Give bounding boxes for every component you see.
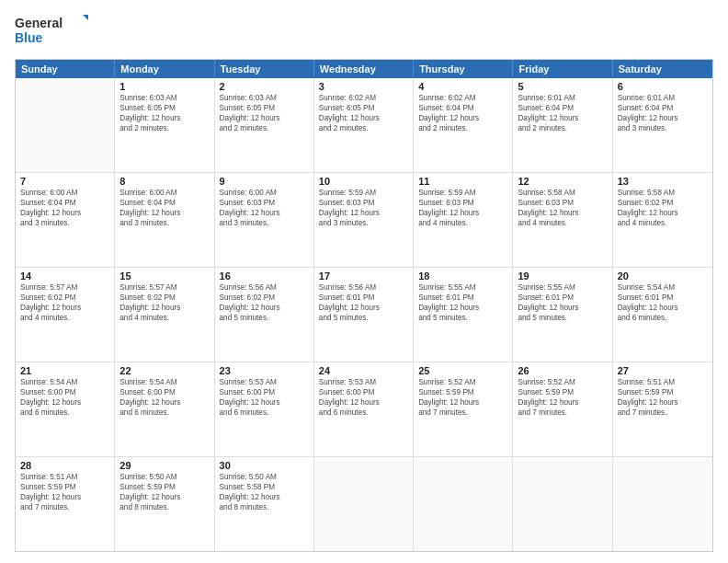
empty-cell xyxy=(314,457,414,551)
day-number: 12 xyxy=(518,176,607,187)
header-day-friday: Friday xyxy=(513,60,612,78)
day-info: Sunrise: 5:50 AM Sunset: 5:58 PM Dayligh… xyxy=(220,472,309,512)
day-number: 24 xyxy=(319,365,408,376)
day-info: Sunrise: 5:51 AM Sunset: 5:59 PM Dayligh… xyxy=(618,377,708,418)
day-number: 29 xyxy=(119,460,209,471)
day-info: Sunrise: 5:53 AM Sunset: 6:00 PM Dayligh… xyxy=(220,377,309,418)
day-info: Sunrise: 5:59 AM Sunset: 6:03 PM Dayligh… xyxy=(319,188,408,228)
day-info: Sunrise: 6:01 AM Sunset: 6:04 PM Dayligh… xyxy=(618,93,708,133)
day-number: 2 xyxy=(220,81,309,92)
day-info: Sunrise: 5:55 AM Sunset: 6:01 PM Dayligh… xyxy=(518,282,607,323)
day-cell-12: 12Sunrise: 5:58 AM Sunset: 6:03 PM Dayli… xyxy=(513,173,612,267)
header-day-saturday: Saturday xyxy=(613,60,712,78)
day-cell-7: 7Sunrise: 6:00 AM Sunset: 6:04 PM Daylig… xyxy=(16,173,115,267)
day-cell-30: 30Sunrise: 5:50 AM Sunset: 5:58 PM Dayli… xyxy=(215,457,314,551)
day-cell-10: 10Sunrise: 5:59 AM Sunset: 6:03 PM Dayli… xyxy=(314,173,414,267)
day-cell-26: 26Sunrise: 5:52 AM Sunset: 5:59 PM Dayli… xyxy=(513,362,612,456)
day-info: Sunrise: 5:54 AM Sunset: 6:00 PM Dayligh… xyxy=(20,377,109,418)
empty-cell xyxy=(613,457,712,551)
day-number: 11 xyxy=(418,176,507,187)
header-day-sunday: Sunday xyxy=(16,60,115,78)
day-number: 4 xyxy=(418,81,507,92)
day-number: 21 xyxy=(20,365,109,376)
empty-cell xyxy=(16,78,115,172)
day-info: Sunrise: 6:00 AM Sunset: 6:03 PM Dayligh… xyxy=(220,188,309,228)
empty-cell xyxy=(513,457,612,551)
day-number: 13 xyxy=(618,176,708,187)
day-number: 15 xyxy=(119,270,209,282)
day-cell-29: 29Sunrise: 5:50 AM Sunset: 5:59 PM Dayli… xyxy=(115,457,214,551)
day-info: Sunrise: 5:59 AM Sunset: 6:03 PM Dayligh… xyxy=(418,188,507,228)
day-info: Sunrise: 6:03 AM Sunset: 6:05 PM Dayligh… xyxy=(220,93,309,133)
day-info: Sunrise: 5:53 AM Sunset: 6:00 PM Dayligh… xyxy=(319,377,408,418)
day-info: Sunrise: 5:52 AM Sunset: 5:59 PM Dayligh… xyxy=(418,377,507,418)
day-number: 1 xyxy=(119,81,209,92)
day-info: Sunrise: 5:51 AM Sunset: 5:59 PM Dayligh… xyxy=(20,472,109,512)
day-cell-6: 6Sunrise: 6:01 AM Sunset: 6:04 PM Daylig… xyxy=(613,78,712,172)
day-info: Sunrise: 6:01 AM Sunset: 6:04 PM Dayligh… xyxy=(518,93,607,133)
day-cell-9: 9Sunrise: 6:00 AM Sunset: 6:03 PM Daylig… xyxy=(215,173,314,267)
day-cell-11: 11Sunrise: 5:59 AM Sunset: 6:03 PM Dayli… xyxy=(414,173,513,267)
day-number: 3 xyxy=(319,81,408,92)
day-number: 14 xyxy=(20,270,109,282)
day-info: Sunrise: 6:02 AM Sunset: 6:04 PM Dayligh… xyxy=(418,93,507,133)
calendar-header: SundayMondayTuesdayWednesdayThursdayFrid… xyxy=(16,60,712,78)
day-cell-16: 16Sunrise: 5:56 AM Sunset: 6:02 PM Dayli… xyxy=(215,268,314,362)
day-cell-13: 13Sunrise: 5:58 AM Sunset: 6:02 PM Dayli… xyxy=(613,173,712,267)
day-info: Sunrise: 5:57 AM Sunset: 6:02 PM Dayligh… xyxy=(119,282,209,323)
calendar: SundayMondayTuesdayWednesdayThursdayFrid… xyxy=(15,59,713,552)
day-info: Sunrise: 6:00 AM Sunset: 6:04 PM Dayligh… xyxy=(20,188,109,228)
day-info: Sunrise: 5:52 AM Sunset: 5:59 PM Dayligh… xyxy=(518,377,607,418)
day-cell-22: 22Sunrise: 5:54 AM Sunset: 6:00 PM Dayli… xyxy=(115,362,214,456)
day-number: 10 xyxy=(319,176,408,187)
calendar-row-5: 28Sunrise: 5:51 AM Sunset: 5:59 PM Dayli… xyxy=(16,457,712,551)
logo-svg: General Blue xyxy=(15,11,88,52)
svg-text:Blue: Blue xyxy=(15,30,43,45)
day-cell-28: 28Sunrise: 5:51 AM Sunset: 5:59 PM Dayli… xyxy=(16,457,115,551)
day-number: 26 xyxy=(518,365,607,376)
day-number: 9 xyxy=(220,176,309,187)
day-cell-8: 8Sunrise: 6:00 AM Sunset: 6:04 PM Daylig… xyxy=(115,173,214,267)
day-cell-19: 19Sunrise: 5:55 AM Sunset: 6:01 PM Dayli… xyxy=(513,268,612,362)
day-cell-3: 3Sunrise: 6:02 AM Sunset: 6:05 PM Daylig… xyxy=(314,78,414,172)
day-info: Sunrise: 5:58 AM Sunset: 6:02 PM Dayligh… xyxy=(618,188,708,228)
day-cell-23: 23Sunrise: 5:53 AM Sunset: 6:00 PM Dayli… xyxy=(215,362,314,456)
day-number: 27 xyxy=(618,365,708,376)
day-cell-15: 15Sunrise: 5:57 AM Sunset: 6:02 PM Dayli… xyxy=(115,268,214,362)
header-day-monday: Monday xyxy=(115,60,214,78)
day-number: 5 xyxy=(518,81,607,92)
svg-marker-2 xyxy=(83,15,88,22)
day-cell-21: 21Sunrise: 5:54 AM Sunset: 6:00 PM Dayli… xyxy=(16,362,115,456)
svg-text:General: General xyxy=(15,16,63,30)
calendar-row-4: 21Sunrise: 5:54 AM Sunset: 6:00 PM Dayli… xyxy=(16,362,712,457)
day-number: 22 xyxy=(119,365,209,376)
day-info: Sunrise: 5:56 AM Sunset: 6:02 PM Dayligh… xyxy=(220,282,309,323)
day-number: 19 xyxy=(518,270,607,282)
day-number: 17 xyxy=(319,270,408,282)
day-number: 25 xyxy=(418,365,507,376)
header-day-thursday: Thursday xyxy=(414,60,513,78)
calendar-body: 1Sunrise: 6:03 AM Sunset: 6:05 PM Daylig… xyxy=(16,78,712,551)
day-info: Sunrise: 5:58 AM Sunset: 6:03 PM Dayligh… xyxy=(518,188,607,228)
day-cell-27: 27Sunrise: 5:51 AM Sunset: 5:59 PM Dayli… xyxy=(613,362,712,456)
day-number: 8 xyxy=(119,176,209,187)
day-number: 20 xyxy=(618,270,708,282)
day-info: Sunrise: 5:54 AM Sunset: 6:00 PM Dayligh… xyxy=(119,377,209,418)
empty-cell xyxy=(414,457,513,551)
calendar-row-2: 7Sunrise: 6:00 AM Sunset: 6:04 PM Daylig… xyxy=(16,173,712,268)
day-info: Sunrise: 6:00 AM Sunset: 6:04 PM Dayligh… xyxy=(119,188,209,228)
day-info: Sunrise: 5:55 AM Sunset: 6:01 PM Dayligh… xyxy=(418,282,507,323)
day-cell-17: 17Sunrise: 5:56 AM Sunset: 6:01 PM Dayli… xyxy=(314,268,414,362)
day-number: 28 xyxy=(20,460,109,471)
day-info: Sunrise: 5:54 AM Sunset: 6:01 PM Dayligh… xyxy=(618,282,708,323)
day-number: 18 xyxy=(418,270,507,282)
day-info: Sunrise: 6:02 AM Sunset: 6:05 PM Dayligh… xyxy=(319,93,408,133)
day-cell-25: 25Sunrise: 5:52 AM Sunset: 5:59 PM Dayli… xyxy=(414,362,513,456)
day-cell-24: 24Sunrise: 5:53 AM Sunset: 6:00 PM Dayli… xyxy=(314,362,414,456)
header-day-wednesday: Wednesday xyxy=(314,60,414,78)
calendar-row-1: 1Sunrise: 6:03 AM Sunset: 6:05 PM Daylig… xyxy=(16,78,712,173)
day-number: 16 xyxy=(220,270,309,282)
logo: General Blue xyxy=(15,11,88,52)
day-cell-5: 5Sunrise: 6:01 AM Sunset: 6:04 PM Daylig… xyxy=(513,78,612,172)
day-number: 6 xyxy=(618,81,708,92)
